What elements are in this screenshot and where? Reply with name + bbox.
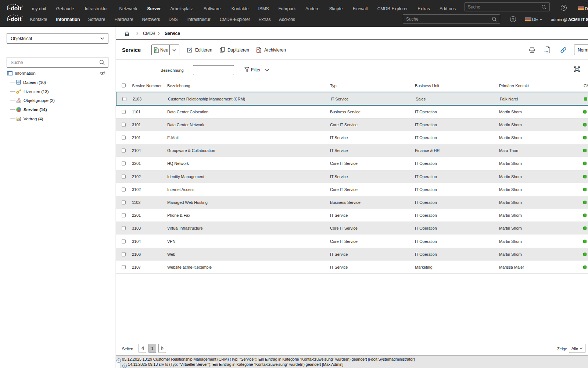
svg-text:csv: csv — [545, 50, 548, 52]
